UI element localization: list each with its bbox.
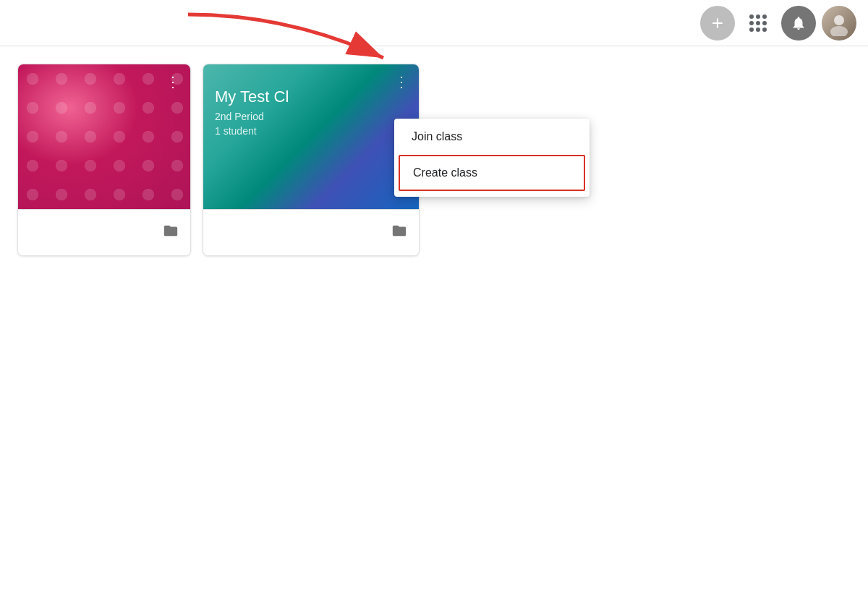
header-actions: + — [700, 6, 856, 41]
card-menu-button-teal[interactable]: ⋮ — [390, 70, 413, 93]
card-footer-teal — [203, 209, 419, 255]
join-class-label: Join class — [412, 130, 462, 143]
avatar — [822, 6, 856, 41]
add-create-button[interactable]: + — [700, 6, 735, 41]
card-header-teal: ⋮ My Test Cl 2nd Period 1 student — [203, 64, 419, 209]
grid-icon — [749, 14, 767, 32]
notifications-button[interactable] — [781, 6, 816, 41]
svg-point-1 — [830, 26, 848, 36]
svg-point-0 — [834, 15, 844, 25]
card-menu-button-pink[interactable]: ⋮ — [161, 70, 184, 93]
google-apps-button[interactable] — [741, 6, 775, 41]
card-subtitle-teal: 2nd Period — [215, 111, 407, 122]
folder-svg-pink — [163, 223, 179, 239]
more-vert-icon-teal: ⋮ — [394, 73, 409, 90]
create-class-menu-item[interactable]: Create class — [399, 155, 585, 191]
create-class-label: Create class — [413, 166, 477, 179]
main-content: ⋮ ⋮ My Test Cl 2nd Period 1 student — [0, 46, 868, 273]
folder-icon-teal[interactable] — [391, 223, 407, 242]
card-header-pink: ⋮ — [18, 64, 190, 209]
folder-svg-teal — [391, 223, 407, 239]
card-title-teal: My Test Cl — [215, 88, 407, 106]
card-footer-pink — [18, 209, 190, 255]
join-class-menu-item[interactable]: Join class — [394, 119, 590, 155]
class-card-teal: ⋮ My Test Cl 2nd Period 1 student — [203, 64, 420, 256]
plus-icon: + — [712, 13, 723, 33]
account-button[interactable] — [822, 6, 856, 41]
more-vert-icon: ⋮ — [166, 73, 180, 90]
avatar-icon — [826, 10, 852, 36]
app-header: + — [0, 0, 868, 46]
card-info-teal: 1 student — [215, 125, 407, 137]
add-dropdown-menu: Join class Create class — [394, 119, 590, 197]
bell-icon — [791, 15, 807, 31]
folder-icon-pink[interactable] — [163, 223, 179, 242]
class-card-pink: ⋮ — [17, 64, 191, 256]
